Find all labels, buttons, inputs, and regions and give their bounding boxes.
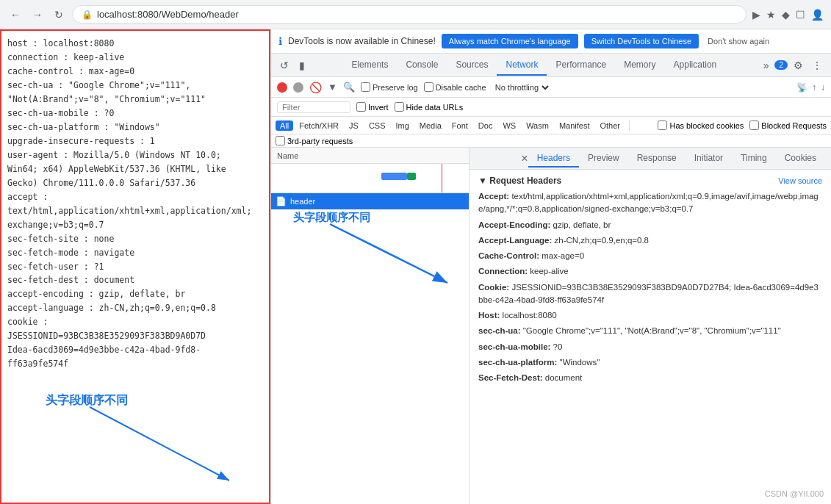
blocked-requests-checkbox[interactable] bbox=[749, 120, 759, 130]
stop-button[interactable] bbox=[293, 82, 303, 93]
disable-cache-checkbox[interactable] bbox=[424, 82, 434, 92]
url-text: localhost:8080/WebDemo/header bbox=[97, 9, 239, 20]
network-toolbar: 🚫 ▼ 🔍 Preserve log Disable cache No thro… bbox=[271, 77, 831, 98]
forward-button[interactable]: → bbox=[29, 7, 46, 22]
detail-tab-headers[interactable]: Headers bbox=[528, 150, 579, 168]
detail-tab-preview[interactable]: Preview bbox=[579, 150, 628, 168]
type-other[interactable]: Other bbox=[595, 120, 625, 131]
tab-application[interactable]: Application bbox=[665, 55, 726, 76]
preserve-log-label[interactable]: Preserve log bbox=[361, 82, 418, 92]
invert-label[interactable]: Invert bbox=[356, 102, 389, 112]
type-wasm[interactable]: Wasm bbox=[522, 120, 553, 131]
devtools-tab-bar: ↺ ▮ Elements Console Sources Network Per… bbox=[271, 54, 831, 77]
devtools-more-actions: » 2 ⚙ ⋮ bbox=[760, 58, 825, 73]
dont-show-button[interactable]: Don't show again bbox=[708, 37, 769, 46]
type-manifest[interactable]: Manifest bbox=[555, 120, 594, 131]
header-accept-encoding: Accept-Encoding: gzip, deflate, br bbox=[478, 219, 822, 231]
disable-cache-label[interactable]: Disable cache bbox=[424, 82, 486, 92]
third-party-checkbox[interactable] bbox=[276, 136, 285, 145]
star-icon[interactable]: ★ bbox=[766, 9, 776, 21]
waterfall-bar-green bbox=[407, 173, 416, 180]
type-media[interactable]: Media bbox=[415, 120, 446, 131]
header-accept: Accept: text/html,application/xhtml+xml,… bbox=[478, 190, 822, 216]
third-party-label[interactable]: 3rd-party requests bbox=[276, 136, 827, 145]
badge: 2 bbox=[774, 60, 788, 70]
more-button[interactable]: ⋮ bbox=[809, 58, 825, 73]
type-css[interactable]: CSS bbox=[364, 120, 390, 131]
headers-content: ▼ Request Headers View source Accept: te… bbox=[470, 170, 831, 504]
svg-line-4 bbox=[330, 224, 447, 283]
tab-performance[interactable]: Performance bbox=[547, 55, 615, 76]
detail-panel: × Headers Preview Response Initiator Tim… bbox=[470, 148, 831, 504]
invert-checkbox[interactable] bbox=[356, 102, 366, 112]
separator bbox=[629, 120, 630, 131]
record-button[interactable] bbox=[277, 82, 287, 93]
device-icon[interactable]: ▮ bbox=[296, 58, 308, 73]
detail-tab-initiator[interactable]: Initiator bbox=[686, 150, 732, 168]
waterfall-bar-blue bbox=[381, 173, 407, 180]
search-button[interactable]: 🔍 bbox=[343, 82, 355, 93]
name-col-header: Name bbox=[271, 151, 470, 160]
detail-tab-bar: × Headers Preview Response Initiator Tim… bbox=[470, 148, 831, 170]
back-button[interactable]: ← bbox=[7, 7, 24, 22]
type-fetch-xhr[interactable]: Fetch/XHR bbox=[295, 120, 343, 131]
address-bar[interactable]: 🔒 localhost:8080/WebDemo/header bbox=[72, 5, 747, 24]
header-sec-fetch-dest: Sec-Fetch-Dest: document bbox=[478, 372, 822, 384]
blocked-cookies-checkbox[interactable] bbox=[658, 120, 667, 130]
blocked-requests-label[interactable]: Blocked Requests bbox=[749, 120, 827, 130]
tab-elements[interactable]: Elements bbox=[342, 55, 397, 76]
blocked-cookies-label[interactable]: Has blocked cookies bbox=[658, 120, 744, 130]
type-img[interactable]: Img bbox=[392, 120, 414, 131]
cursor-icon[interactable]: ↺ bbox=[277, 58, 292, 73]
tab-sources[interactable]: Sources bbox=[447, 55, 497, 76]
header-sec-ch-ua-mobile: sec-ch-ua-mobile: ?0 bbox=[478, 341, 822, 353]
devtools-arrow: 头字段顺序不同 bbox=[271, 209, 470, 504]
devtools-tab-icons: ↺ ▮ bbox=[277, 58, 308, 73]
filter-row: Invert Hide data URLs bbox=[271, 98, 831, 117]
svg-line-1 bbox=[90, 407, 229, 480]
clear-button[interactable]: 🚫 bbox=[309, 82, 322, 93]
tab-network[interactable]: Network bbox=[497, 55, 547, 76]
detail-close-button[interactable]: × bbox=[521, 152, 528, 165]
browser-actions: ▶ ★ ◆ ☐ 👤 bbox=[752, 9, 824, 21]
request-doc-icon: 📄 bbox=[274, 195, 287, 208]
match-language-button[interactable]: Always match Chrome's language bbox=[442, 34, 578, 48]
timeline-header: Name 10 ms 20 ms 30 ms 40 ms bbox=[271, 148, 469, 164]
settings-button[interactable]: ⚙ bbox=[791, 58, 806, 73]
left-panel: host : localhost:8080 connection : keep-… bbox=[0, 29, 270, 504]
hide-data-urls-checkbox[interactable] bbox=[395, 102, 404, 112]
header-cache-control: Cache-Control: max-age=0 bbox=[478, 250, 822, 262]
filter-button[interactable]: ▼ bbox=[328, 82, 337, 93]
detail-tab-response[interactable]: Response bbox=[628, 150, 686, 168]
filter-input[interactable] bbox=[277, 101, 350, 113]
window-icon[interactable]: ☐ bbox=[796, 9, 805, 21]
detail-tab-cookies[interactable]: Cookies bbox=[776, 150, 825, 168]
type-doc[interactable]: Doc bbox=[474, 120, 497, 131]
network-content: Name 10 ms 20 ms 30 ms 40 ms bbox=[271, 148, 831, 504]
profile-icon[interactable]: 👤 bbox=[811, 9, 824, 21]
type-ws[interactable]: WS bbox=[498, 120, 520, 131]
devtools-panel: ℹ DevTools is now available in Chinese! … bbox=[270, 29, 831, 504]
type-js[interactable]: JS bbox=[345, 120, 363, 131]
detail-tab-timing[interactable]: Timing bbox=[732, 150, 776, 168]
extension-icon[interactable]: ◆ bbox=[782, 9, 790, 21]
header-cookie: Cookie: JSESSIONID=93BC3B38E3529093F383B… bbox=[478, 281, 822, 307]
request-headers-text: host : localhost:8080 connection : keep-… bbox=[7, 37, 263, 371]
tab-console[interactable]: Console bbox=[397, 55, 447, 76]
hide-data-urls-label[interactable]: Hide data URLs bbox=[395, 102, 464, 112]
notification-text: DevTools is now available in Chinese! bbox=[288, 36, 436, 46]
throttle-select[interactable]: No throttling bbox=[492, 82, 551, 93]
view-source-link[interactable]: View source bbox=[778, 176, 822, 185]
cast-icon[interactable]: ▶ bbox=[752, 9, 760, 21]
watermark: CSDN @YII.000 bbox=[765, 489, 824, 498]
type-all[interactable]: All bbox=[276, 120, 293, 131]
wifi-icon: 📡 bbox=[796, 82, 807, 93]
tab-memory[interactable]: Memory bbox=[615, 55, 664, 76]
switch-devtools-button[interactable]: Switch DevTools to Chinese bbox=[584, 34, 699, 48]
refresh-button[interactable]: ↻ bbox=[51, 7, 66, 22]
request-item[interactable]: 📄 header bbox=[271, 193, 469, 209]
type-font[interactable]: Font bbox=[447, 120, 472, 131]
more-tabs-button[interactable]: » bbox=[760, 58, 772, 73]
network-icons: 📡 ↑ ↓ bbox=[796, 82, 825, 93]
preserve-log-checkbox[interactable] bbox=[361, 82, 370, 92]
